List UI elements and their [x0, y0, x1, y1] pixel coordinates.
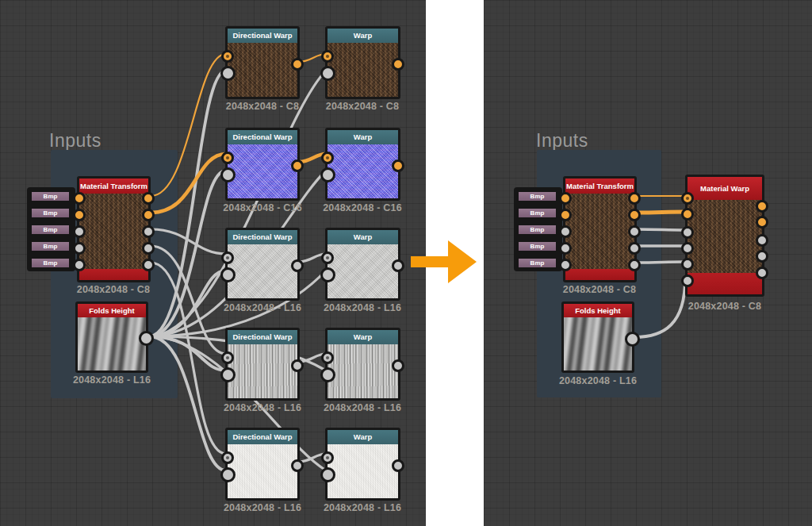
output-port[interactable]: [756, 234, 768, 247]
output-port[interactable]: [142, 242, 155, 255]
output-port[interactable]: [756, 250, 768, 263]
texture-preview: [688, 200, 762, 273]
node-header: Warp: [327, 430, 398, 444]
node-size-label: 2048x2048 - C8: [665, 301, 784, 312]
input-port[interactable]: [321, 351, 334, 364]
output-port[interactable]: [291, 58, 304, 71]
texture-preview: [565, 194, 634, 269]
output-port[interactable]: [628, 225, 641, 238]
bmp-input-node[interactable]: Bmp: [517, 240, 557, 252]
material-warp-node[interactable]: Material Warp: [685, 175, 764, 297]
bmp-input-node[interactable]: Bmp: [30, 207, 71, 219]
input-port[interactable]: [559, 259, 572, 271]
texture-preview: [327, 444, 398, 498]
output-port[interactable]: [392, 159, 404, 172]
warp-node-5[interactable]: Warp: [325, 428, 400, 501]
node-size-label: 2048x2048 - L16: [303, 302, 422, 313]
output-port[interactable]: [392, 58, 404, 71]
input-port[interactable]: [220, 467, 236, 482]
input-port[interactable]: [681, 242, 694, 255]
output-port[interactable]: [291, 259, 304, 272]
warp-node-3[interactable]: Warp: [325, 228, 400, 301]
output-port[interactable]: [291, 359, 304, 372]
input-port[interactable]: [681, 258, 694, 271]
output-port[interactable]: [142, 259, 155, 271]
input-port[interactable]: [73, 192, 86, 205]
screenshot-stage: Inputs: [0, 0, 812, 526]
input-port[interactable]: [559, 192, 572, 205]
output-port[interactable]: [625, 332, 640, 347]
input-port[interactable]: [221, 251, 234, 264]
directional-warp-node-2[interactable]: Directional Warp: [225, 128, 300, 201]
input-port[interactable]: [320, 267, 335, 282]
output-port[interactable]: [628, 242, 641, 255]
input-port[interactable]: [320, 367, 335, 382]
input-port[interactable]: [320, 66, 335, 81]
input-port[interactable]: [221, 50, 234, 63]
warp-node-1[interactable]: Warp: [325, 26, 400, 99]
node-size-label: 2048x2048 - C8: [54, 284, 173, 295]
directional-warp-node-5[interactable]: Directional Warp: [225, 428, 300, 501]
input-port[interactable]: [220, 367, 236, 382]
folds-height-node[interactable]: Folds Height: [561, 301, 634, 373]
input-port[interactable]: [221, 152, 234, 164]
bmp-input-node[interactable]: Bmp: [517, 224, 557, 236]
input-port[interactable]: [559, 225, 572, 238]
output-port[interactable]: [291, 159, 304, 172]
input-port[interactable]: [220, 267, 236, 282]
folds-height-node[interactable]: Folds Height: [75, 301, 148, 373]
input-port[interactable]: [73, 209, 86, 221]
output-port[interactable]: [756, 216, 768, 228]
output-port[interactable]: [628, 259, 641, 271]
material-transform-node[interactable]: Material Transform: [77, 176, 151, 282]
directional-warp-node-3[interactable]: Directional Warp: [225, 228, 300, 301]
input-port[interactable]: [321, 451, 334, 464]
input-port[interactable]: [559, 242, 572, 255]
material-transform-node[interactable]: Material Transform: [563, 176, 637, 282]
bmp-input-node[interactable]: Bmp: [30, 190, 71, 202]
input-port[interactable]: [321, 50, 334, 63]
input-port[interactable]: [681, 226, 694, 239]
output-port[interactable]: [628, 209, 641, 221]
texture-preview: [327, 43, 398, 97]
bmp-input-node[interactable]: Bmp: [30, 240, 71, 252]
directional-warp-node-1[interactable]: Directional Warp: [225, 26, 300, 99]
input-port[interactable]: [73, 242, 86, 255]
output-port[interactable]: [392, 459, 404, 472]
input-port[interactable]: [73, 225, 86, 238]
output-port[interactable]: [628, 192, 641, 205]
warp-node-4[interactable]: Warp: [325, 328, 400, 401]
node-header: Material Transform: [79, 179, 148, 194]
input-port[interactable]: [220, 167, 236, 182]
texture-preview: [228, 444, 297, 498]
input-port[interactable]: [320, 167, 335, 182]
input-port[interactable]: [320, 467, 335, 482]
bmp-input-node[interactable]: Bmp: [30, 224, 71, 236]
warp-node-2[interactable]: Warp: [325, 128, 400, 201]
output-port[interactable]: [756, 200, 768, 213]
input-port[interactable]: [221, 351, 234, 364]
input-port[interactable]: [321, 152, 334, 164]
output-port[interactable]: [142, 209, 155, 221]
input-port[interactable]: [321, 251, 334, 264]
texture-preview: [228, 144, 297, 198]
input-port[interactable]: [681, 192, 694, 205]
bmp-input-node[interactable]: Bmp: [30, 257, 71, 269]
output-port[interactable]: [756, 267, 768, 279]
input-port[interactable]: [559, 209, 572, 221]
output-port[interactable]: [139, 331, 154, 346]
input-port[interactable]: [220, 66, 236, 81]
input-port[interactable]: [681, 208, 694, 221]
input-port[interactable]: [681, 275, 694, 287]
output-port[interactable]: [392, 359, 404, 372]
input-port[interactable]: [73, 259, 86, 271]
directional-warp-node-4[interactable]: Directional Warp: [225, 328, 300, 401]
bmp-input-node[interactable]: Bmp: [517, 257, 557, 269]
output-port[interactable]: [142, 192, 155, 205]
input-port[interactable]: [221, 451, 234, 464]
output-port[interactable]: [142, 225, 155, 238]
node-size-label: 2048x2048 - L16: [538, 375, 657, 386]
output-port[interactable]: [291, 459, 304, 472]
bmp-input-node[interactable]: Bmp: [517, 190, 557, 202]
bmp-input-node[interactable]: Bmp: [517, 207, 557, 219]
